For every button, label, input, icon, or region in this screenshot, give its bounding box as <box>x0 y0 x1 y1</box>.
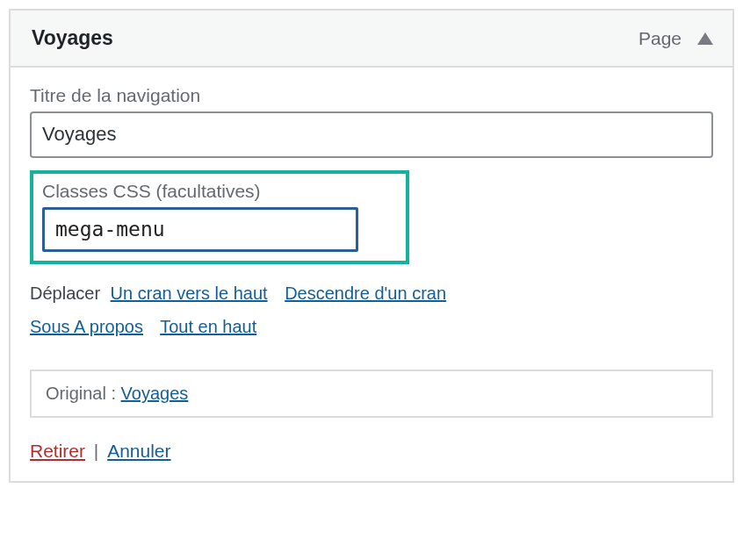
move-to-top-link[interactable]: Tout en haut <box>160 317 256 336</box>
css-classes-label: Classes CSS (facultatives) <box>42 181 397 202</box>
original-label: Original : <box>46 384 121 403</box>
bottom-actions: Retirer | Annuler <box>30 441 713 462</box>
cancel-link[interactable]: Annuler <box>107 441 170 461</box>
css-classes-highlight: Classes CSS (facultatives) <box>30 170 409 265</box>
original-box: Original : Voyages <box>30 370 713 418</box>
menu-item-panel: Voyages Page Titre de la navigation Clas… <box>9 9 734 483</box>
css-classes-input[interactable] <box>42 207 358 253</box>
move-label: Déplacer <box>30 284 100 303</box>
action-separator: | <box>94 441 104 461</box>
panel-body: Titre de la navigation Classes CSS (facu… <box>11 68 732 481</box>
panel-header[interactable]: Voyages Page <box>11 11 732 68</box>
panel-type-group: Page <box>638 28 713 49</box>
nav-title-label: Titre de la navigation <box>30 85 713 106</box>
move-up-link[interactable]: Un cran vers le haut <box>111 284 268 303</box>
item-type-label: Page <box>638 28 682 49</box>
nav-title-input[interactable] <box>30 111 713 158</box>
panel-title: Voyages <box>32 26 113 50</box>
remove-link[interactable]: Retirer <box>30 441 85 461</box>
move-row: Déplacer Un cran vers le haut Descendre … <box>30 276 713 343</box>
move-down-link[interactable]: Descendre d'un cran <box>285 284 446 303</box>
original-link[interactable]: Voyages <box>121 384 189 403</box>
move-under-parent-link[interactable]: Sous A propos <box>30 317 143 336</box>
collapse-icon[interactable] <box>697 32 713 45</box>
